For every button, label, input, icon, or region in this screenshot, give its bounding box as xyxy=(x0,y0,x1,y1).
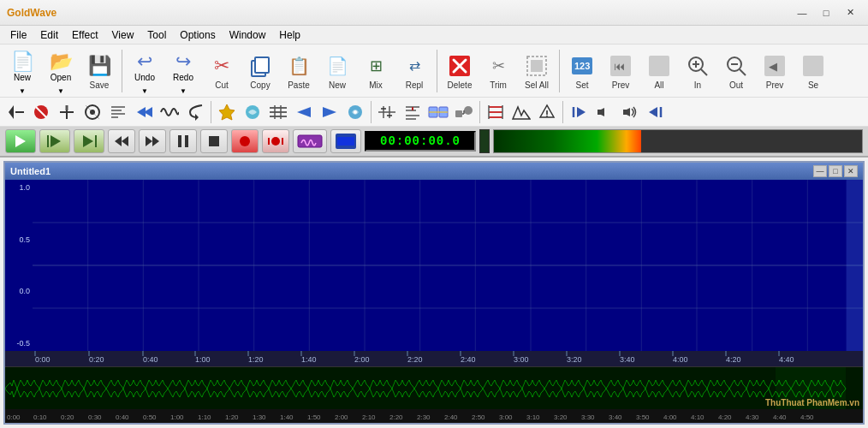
toolbar2-sep-4 xyxy=(562,101,563,123)
tool-btn-14[interactable] xyxy=(343,100,367,124)
waveform-display[interactable]: 1.0 0.5 0.0 -0.5 xyxy=(5,180,863,351)
waveform-svg xyxy=(33,180,863,351)
delete-button[interactable]: Delete xyxy=(441,47,479,95)
svg-marker-72 xyxy=(513,107,530,119)
menu-tool[interactable]: Tool xyxy=(140,27,173,43)
tool-volume-up[interactable] xyxy=(618,100,642,124)
svg-rect-94 xyxy=(185,135,188,147)
svg-text:1:00: 1:00 xyxy=(195,355,211,364)
svg-text:1:10: 1:10 xyxy=(198,413,211,421)
copy-button[interactable]: Copy xyxy=(241,47,279,95)
audio-close-button[interactable]: ✕ xyxy=(844,165,858,177)
mix-button[interactable]: ⊞ Mix xyxy=(357,47,395,95)
audio-minimize-button[interactable]: — xyxy=(813,165,827,177)
overview-waveform[interactable]: ThuThuat PhanMem.vn xyxy=(5,366,863,409)
tool-volume-down[interactable] xyxy=(592,100,616,124)
tool-btn-18[interactable] xyxy=(452,100,476,124)
open-button[interactable]: 📂 Open ▼ xyxy=(42,46,80,96)
set-button[interactable]: 123 Set xyxy=(563,47,601,95)
svg-text:0:30: 0:30 xyxy=(88,413,102,421)
close-button[interactable]: ✕ xyxy=(839,4,861,21)
tool-btn-19[interactable] xyxy=(484,100,508,124)
tool-btn-15[interactable] xyxy=(375,100,399,124)
minimize-button[interactable]: — xyxy=(791,4,813,21)
svg-marker-84 xyxy=(15,135,26,147)
stop-button[interactable] xyxy=(200,129,228,153)
menu-help[interactable]: Help xyxy=(272,27,307,43)
rewind-button[interactable] xyxy=(108,129,135,153)
svg-rect-153 xyxy=(5,367,863,409)
nav-tools-group: 123 Set ⏮ Prev All xyxy=(563,47,832,95)
redo-button[interactable]: ↪ Redo ▼ xyxy=(164,46,202,96)
y-label-0.5: 0.5 xyxy=(5,235,33,244)
maximize-button[interactable]: □ xyxy=(815,4,837,21)
tool-btn-2[interactable] xyxy=(29,100,53,124)
prev-button[interactable]: ⏮ Prev xyxy=(602,47,639,95)
undo-button[interactable]: ↩ Undo ▼ xyxy=(126,46,163,96)
all-button[interactable]: All xyxy=(640,47,678,95)
play-button[interactable] xyxy=(5,129,36,153)
menu-effect[interactable]: Effect xyxy=(65,27,104,43)
tool-btn-7[interactable] xyxy=(158,100,181,124)
se-button[interactable]: Se xyxy=(794,47,832,95)
svg-text:3:40: 3:40 xyxy=(609,413,622,421)
zoom-in-button[interactable]: In xyxy=(679,47,716,95)
tool-btn-10[interactable] xyxy=(241,100,265,124)
tool-btn-end[interactable] xyxy=(644,100,668,124)
effect-toolbar xyxy=(0,98,868,127)
svg-text:⏮: ⏮ xyxy=(614,60,625,73)
svg-text:0:40: 0:40 xyxy=(143,355,158,364)
svg-point-97 xyxy=(271,137,280,146)
display-toggle[interactable] xyxy=(330,129,361,153)
tool-btn-22[interactable] xyxy=(567,100,591,124)
tool-btn-9[interactable] xyxy=(215,100,239,124)
overview-time-ruler: 0:00 0:10 0:20 0:30 0:40 0:50 1:00 1:10 … xyxy=(5,409,863,423)
svg-text:2:40: 2:40 xyxy=(461,355,476,364)
save-button[interactable]: 💾 Save xyxy=(80,47,118,95)
tool-btn-6[interactable] xyxy=(132,100,156,124)
audio-mode-button[interactable] xyxy=(293,129,327,153)
menu-edit[interactable]: Edit xyxy=(33,27,65,43)
tool-btn-1[interactable] xyxy=(3,100,27,124)
svg-text:0:50: 0:50 xyxy=(143,413,157,421)
edit-tools-group: ↩ Undo ▼ ↪ Redo ▼ ✂ Cut Co xyxy=(126,46,433,96)
repl-button[interactable]: ⇄ Repl xyxy=(395,47,433,95)
audio-maximize-button[interactable]: □ xyxy=(829,165,842,177)
svg-text:◀: ◀ xyxy=(769,60,777,73)
tool-btn-21[interactable] xyxy=(535,100,559,124)
svg-text:2:00: 2:00 xyxy=(335,413,348,421)
svg-line-13 xyxy=(701,69,707,75)
record-button[interactable] xyxy=(231,129,259,153)
record-sel-button[interactable] xyxy=(262,129,289,153)
tool-btn-8[interactable] xyxy=(183,100,207,124)
sel-all-button[interactable]: Sel All xyxy=(518,47,556,95)
menu-view[interactable]: View xyxy=(105,27,141,43)
tool-btn-5[interactable] xyxy=(106,100,130,124)
tool-btn-16[interactable] xyxy=(401,100,425,124)
pause-button[interactable] xyxy=(169,129,197,153)
tool-btn-13[interactable] xyxy=(318,100,342,124)
skip-end-button[interactable] xyxy=(74,129,104,153)
tool-btn-11[interactable] xyxy=(266,100,290,124)
delete-tools-group: Delete ✂ Trim Sel All xyxy=(441,47,556,95)
tool-btn-3[interactable] xyxy=(55,100,79,124)
new-button[interactable]: 📄 New ▼ xyxy=(3,46,41,96)
paste-button[interactable]: 📋 Paste xyxy=(280,47,318,95)
prev2-button[interactable]: ◀ Prev xyxy=(756,47,794,95)
fast-forward-button[interactable] xyxy=(139,129,166,153)
menu-window[interactable]: Window xyxy=(223,27,273,43)
svg-rect-11 xyxy=(649,56,669,76)
menu-file[interactable]: File xyxy=(3,27,33,43)
cut-button[interactable]: ✂ Cut xyxy=(203,47,241,95)
svg-text:2:20: 2:20 xyxy=(389,413,403,421)
new2-button[interactable]: 📄 New xyxy=(318,47,356,95)
trim-button[interactable]: ✂ Trim xyxy=(479,47,517,95)
zoom-out-button[interactable]: Out xyxy=(717,47,755,95)
tool-btn-20[interactable] xyxy=(509,100,533,124)
tool-btn-17[interactable] xyxy=(426,100,450,124)
menu-options[interactable]: Options xyxy=(173,27,222,43)
tool-btn-12[interactable] xyxy=(292,100,316,124)
svg-text:1:30: 1:30 xyxy=(253,413,266,421)
tool-btn-4[interactable] xyxy=(80,100,104,124)
play-from-start-button[interactable] xyxy=(39,129,70,153)
